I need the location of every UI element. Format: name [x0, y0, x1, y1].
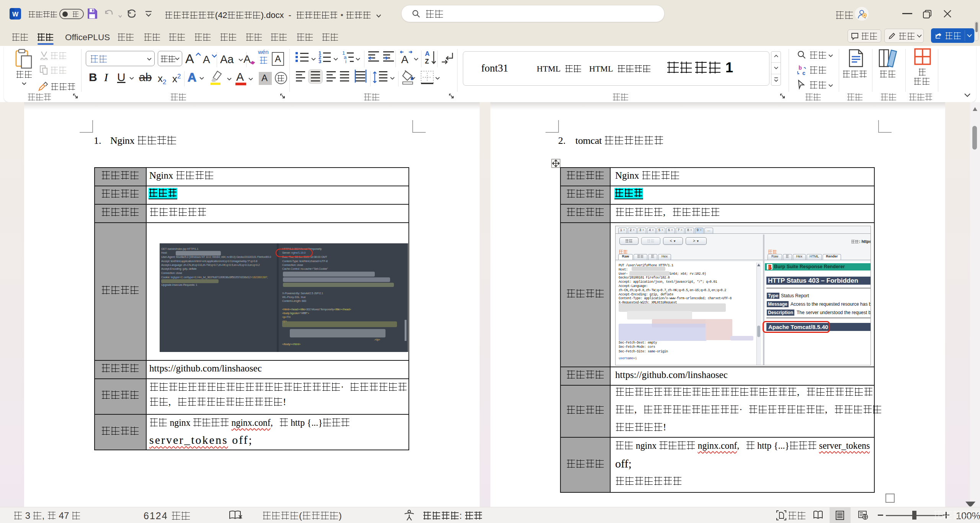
svg-text:b: b [799, 65, 802, 71]
svg-text:c: c [802, 70, 805, 76]
